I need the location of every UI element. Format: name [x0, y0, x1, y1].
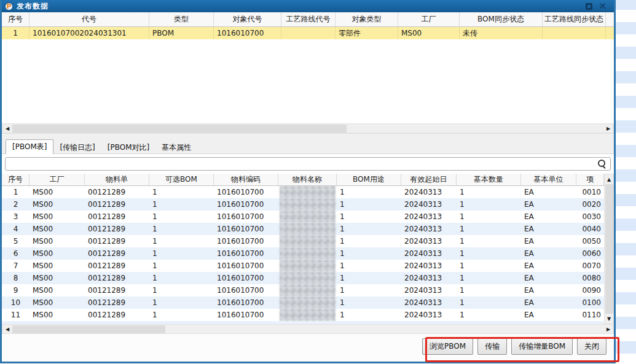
- titlebar[interactable]: P 发布数据 ✕: [2, 0, 614, 12]
- cell-bom-number: 00121289: [85, 223, 149, 235]
- close-icon[interactable]: ✕: [599, 2, 607, 11]
- scrollbar-thumb[interactable]: [12, 325, 165, 333]
- cell-base-unit: EA: [521, 186, 576, 198]
- column-header[interactable]: 对象代号: [214, 12, 281, 26]
- table-row[interactable]: 5 MS00 00121289 1 1016010700 1 20240313 …: [2, 235, 604, 247]
- cell-valid-from: 20240313: [401, 223, 457, 235]
- column-header[interactable]: 物料单: [85, 174, 149, 185]
- cell-plant: MS00: [398, 27, 460, 39]
- column-header[interactable]: 序号: [2, 174, 29, 185]
- cell-base-qty: 1: [457, 284, 521, 296]
- column-header[interactable]: 工艺路线代号: [281, 12, 336, 26]
- publish-objects-table: 序号代号类型对象代号工艺路线代号对象类型工厂BOM同步状态工艺路线同步状态 1 …: [2, 12, 614, 39]
- cell-material-name-censored: [278, 211, 337, 223]
- cell-base-qty: 1: [457, 223, 521, 235]
- column-header[interactable]: 类型: [149, 12, 214, 26]
- censor-blur-block: [280, 284, 336, 296]
- column-header[interactable]: 物料名称: [278, 174, 337, 185]
- column-header[interactable]: 工艺路线同步状态: [543, 12, 606, 26]
- search-icon[interactable]: [597, 159, 607, 169]
- cell-material-code: 1016010700: [214, 247, 278, 260]
- column-header[interactable]: BOM用途: [337, 174, 401, 185]
- cell-material-code: 1016010700: [214, 235, 278, 247]
- scroll-right-icon[interactable]: ▶: [603, 325, 613, 333]
- tab-transfer-log[interactable]: [传输日志]: [53, 141, 101, 154]
- cell-bom-number: 00121289: [85, 198, 149, 211]
- cell-bom-usage: 1: [337, 235, 401, 247]
- column-header[interactable]: 物料编码: [214, 174, 278, 185]
- cell-item: 0010: [576, 186, 604, 198]
- close-button[interactable]: 关闭: [577, 338, 607, 355]
- cell-base-qty: 1: [457, 296, 521, 309]
- tab-basic-properties[interactable]: 基本属性: [155, 141, 197, 154]
- scrollbar-thumb[interactable]: [605, 184, 613, 314]
- scroll-right-icon[interactable]: ▶: [603, 124, 613, 133]
- cell-material-name-censored: [278, 284, 337, 296]
- cell-bom-number: 00121289: [85, 272, 149, 284]
- scroll-up-icon[interactable]: ▲: [604, 174, 614, 184]
- top-table-hscrollbar[interactable]: ◀ ▶: [2, 123, 614, 133]
- cell-bom-number: 00121289: [85, 296, 149, 309]
- cell-seq: 3: [2, 211, 29, 223]
- cell-material-name-censored: [278, 198, 337, 211]
- scroll-left-icon[interactable]: ◀: [2, 325, 12, 333]
- cell-bom-number: 00121289: [85, 284, 149, 296]
- pbom-table-hscrollbar[interactable]: ◀ ▶: [2, 324, 614, 334]
- column-header[interactable]: 项: [576, 174, 604, 185]
- scroll-down-icon[interactable]: ▼: [604, 314, 614, 323]
- cell-item: 0030: [576, 211, 604, 223]
- column-header[interactable]: 对象类型: [336, 12, 398, 26]
- table-row[interactable]: 8 MS00 00121289 1 1016010700 1 20240313 …: [2, 272, 604, 284]
- transfer-incremental-bom-button[interactable]: 传输增量BOM: [511, 338, 573, 355]
- transfer-button[interactable]: 传输: [477, 338, 507, 355]
- table-row[interactable]: 6 MS00 00121289 1 1016010700 1 20240313 …: [2, 247, 604, 260]
- column-header[interactable]: 工厂: [29, 174, 85, 185]
- table-row[interactable]: 9 MS00 00121289 1 1016010700 1 20240313 …: [2, 284, 604, 296]
- column-header[interactable]: 有效起始日: [401, 174, 457, 185]
- cell-seq: 8: [2, 272, 29, 284]
- cell-plant: MS00: [29, 247, 85, 260]
- cell-valid-from: 20240313: [401, 284, 457, 296]
- scroll-left-icon[interactable]: ◀: [2, 124, 12, 133]
- cell-alt-bom: 1: [149, 223, 214, 235]
- scrollbar-thumb[interactable]: [12, 125, 347, 133]
- cell-material-code: 1016010700: [214, 272, 278, 284]
- table-row[interactable]: 2 MS00 00121289 1 1016010700 1 20240313 …: [2, 198, 604, 211]
- censor-blur-block: [280, 247, 336, 260]
- cell-base-unit: EA: [521, 211, 576, 223]
- cell-material-code: 1016010700: [214, 198, 278, 211]
- pbom-table-vscrollbar[interactable]: ▲ ▼: [604, 174, 614, 324]
- column-header[interactable]: 可选BOM: [149, 174, 214, 185]
- cell-material-code: 1016010700: [214, 186, 278, 198]
- column-header[interactable]: BOM同步状态: [460, 12, 543, 26]
- table-row[interactable]: 4 MS00 00121289 1 1016010700 1 20240313 …: [2, 223, 604, 235]
- table-row[interactable]: 10 MS00 00121289 1 1016010700 1 20240313…: [2, 296, 604, 309]
- selected-publish-row[interactable]: 1 10160107002024031301 PBOM 1016010700 零…: [2, 27, 614, 39]
- cell-plant: MS00: [29, 296, 85, 309]
- table-row[interactable]: 1 MS00 00121289 1 1016010700 1 20240313 …: [2, 186, 604, 198]
- cell-base-unit: EA: [521, 296, 576, 309]
- filter-searchbox[interactable]: [5, 157, 611, 171]
- maximize-icon[interactable]: [586, 3, 592, 10]
- cell-base-unit: EA: [521, 309, 576, 321]
- cell-valid-from: 20240313: [401, 272, 457, 284]
- cell-seq: 10: [2, 296, 29, 309]
- tab-pbom-compare[interactable]: [PBOM对比]: [101, 141, 155, 154]
- table-row[interactable]: 7 MS00 00121289 1 1016010700 1 20240313 …: [2, 260, 604, 272]
- cell-bom-number: 00121289: [85, 247, 149, 260]
- cell-alt-bom: 1: [149, 260, 214, 272]
- tab-strip: [PBOM表] [传输日志] [PBOM对比] 基本属性: [2, 133, 614, 154]
- browse-pbom-button[interactable]: 浏览PBOM: [422, 338, 473, 355]
- column-header[interactable]: 序号: [2, 12, 29, 26]
- column-header[interactable]: 工厂: [398, 12, 460, 26]
- column-header[interactable]: 基本单位: [521, 174, 576, 185]
- column-header[interactable]: 基本数量: [457, 174, 521, 185]
- table-row[interactable]: 11 MS00 00121289 1 1016010700 1 20240313…: [2, 309, 604, 321]
- column-header[interactable]: 代号: [29, 12, 149, 26]
- search-input[interactable]: [6, 158, 597, 169]
- cell-routing-code: [281, 27, 336, 39]
- pbom-table: 序号工厂物料单可选BOM物料编码物料名称BOM用途有效起始日基本数量基本单位项 …: [2, 174, 604, 324]
- tab-pbom-table[interactable]: [PBOM表]: [6, 139, 53, 154]
- table-row[interactable]: 3 MS00 00121289 1 1016010700 1 20240313 …: [2, 211, 604, 223]
- cell-plant: MS00: [29, 309, 85, 321]
